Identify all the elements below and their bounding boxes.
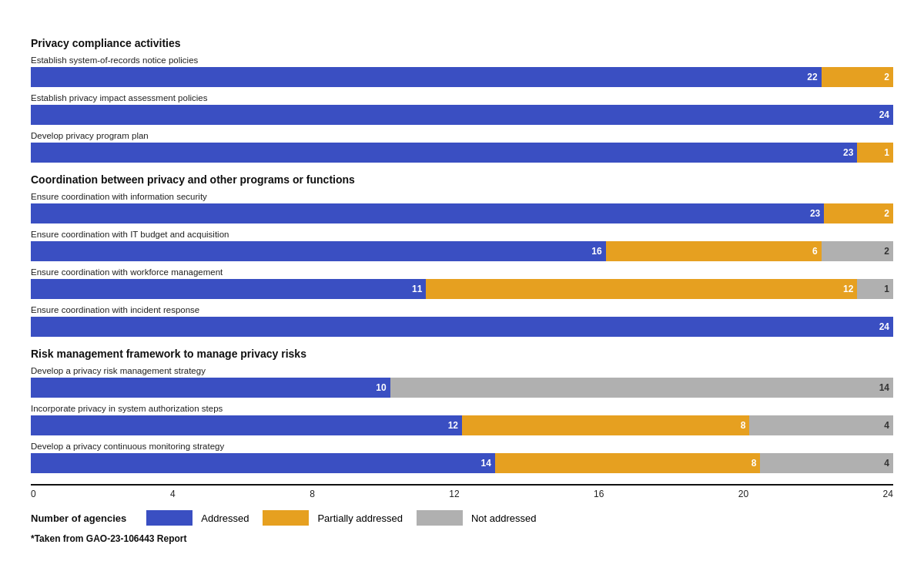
legend-item-label: Partially addressed: [317, 512, 403, 524]
bar-segment-blue: 22: [31, 67, 822, 87]
bar-label: Ensure coordination with information sec…: [31, 192, 893, 201]
bar-segment-gray: 2: [822, 241, 893, 261]
bar-row: 1662: [31, 241, 893, 261]
axis-line: [31, 484, 893, 486]
x-tick: 24: [883, 489, 893, 499]
legend-swatch-orange: [263, 510, 309, 526]
x-tick: 20: [738, 489, 748, 499]
chart-area: Privacy compliance activitiesEstablish s…: [31, 37, 893, 544]
bar-segment-orange: 8: [495, 453, 761, 473]
bar-label: Ensure coordination with workforce manag…: [31, 267, 893, 277]
bar-segment-orange: 8: [462, 415, 749, 435]
x-tick: 16: [594, 489, 604, 499]
bar-label: Develop a privacy risk management strate…: [31, 366, 893, 375]
bar-label: Develop privacy program plan: [31, 131, 893, 140]
bar-row: 1484: [31, 453, 893, 473]
bar-segment-orange: 2: [822, 67, 893, 87]
section-title-section-risk: Risk management framework to manage priv…: [31, 348, 893, 360]
bar-label: Incorporate privacy in system authorizat…: [31, 404, 893, 413]
bar-segment-orange: 2: [824, 203, 893, 223]
bar-segment-gray: 4: [749, 415, 893, 435]
legend-item-label: Not addressed: [471, 512, 537, 524]
bar-segment-orange: 1: [857, 143, 893, 163]
legend-swatch-blue: [146, 510, 192, 526]
footnote: *Taken from GAO-23-106443 Report: [31, 533, 893, 544]
bar-segment-blue: 23: [31, 203, 824, 223]
bar-segment-blue: 24: [31, 317, 893, 337]
bar-segment-blue: 23: [31, 143, 857, 163]
bar-segment-blue: 16: [31, 241, 606, 261]
bar-row: 232: [31, 203, 893, 223]
bar-label: Establish system-of-records notice polic…: [31, 55, 893, 65]
x-tick: 4: [170, 489, 176, 499]
bar-row: 1014: [31, 378, 893, 398]
bar-segment-blue: 14: [31, 453, 495, 473]
bar-row: 231: [31, 143, 893, 163]
bar-row: 1284: [31, 415, 893, 435]
bar-row: 24: [31, 105, 893, 125]
legend-item: Addressed: [146, 510, 249, 526]
x-axis: 04812162024: [31, 489, 893, 499]
bar-segment-orange: 12: [426, 279, 857, 299]
bar-segment-blue: 24: [31, 105, 893, 125]
section-title-section-compliance: Privacy compliance activities: [31, 37, 893, 49]
bar-segment-orange: 6: [606, 241, 822, 261]
legend-row: Number of agenciesAddressedPartially add…: [31, 510, 893, 526]
bar-segment-blue: 12: [31, 415, 462, 435]
bar-label: Establish privacy impact assessment poli…: [31, 93, 893, 102]
x-tick: 0: [31, 489, 36, 499]
bar-label: Develop a privacy continuous monitoring …: [31, 442, 893, 451]
bar-segment-blue: 11: [31, 279, 426, 299]
legend-item: Partially addressed: [263, 510, 403, 526]
bar-label: Ensure coordination with IT budget and a…: [31, 230, 893, 239]
x-tick: 12: [449, 489, 459, 499]
bar-row: 24: [31, 317, 893, 337]
bar-segment-gray: 14: [390, 378, 893, 398]
legend-main-label: Number of agencies: [31, 512, 126, 524]
bar-segment-gray: 4: [760, 453, 893, 473]
legend-item: Not addressed: [417, 510, 537, 526]
bar-label: Ensure coordination with incident respon…: [31, 305, 893, 314]
section-title-section-coordination: Coordination between privacy and other p…: [31, 173, 893, 186]
bar-row: 11121: [31, 279, 893, 299]
x-tick: 8: [310, 489, 315, 499]
legend-item-label: Addressed: [201, 512, 249, 524]
bar-segment-gray: 1: [857, 279, 893, 299]
bar-row: 222: [31, 67, 893, 87]
bar-segment-blue: 10: [31, 378, 390, 398]
legend-swatch-gray: [417, 510, 463, 526]
